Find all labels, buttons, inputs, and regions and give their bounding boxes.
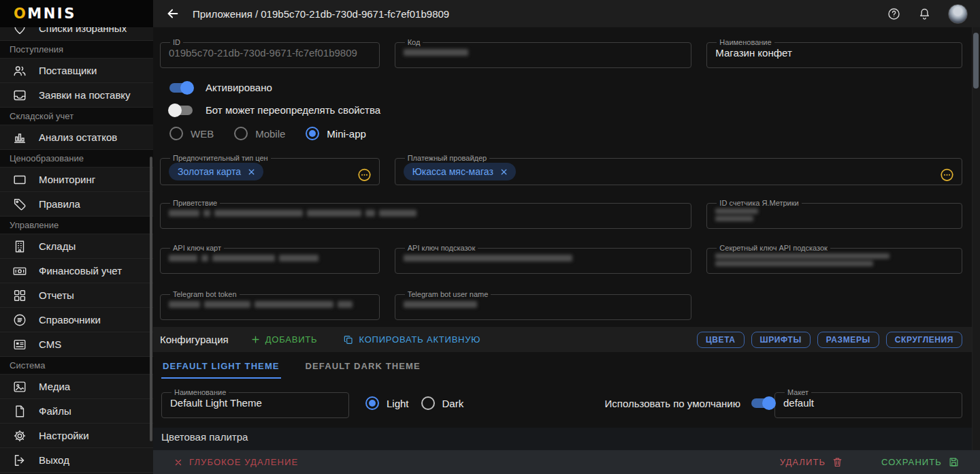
use-default-label: Использовать по умолчанию [605,398,740,409]
sidebar-item-cms[interactable]: CMS [0,332,153,357]
api-key-maps-field[interactable]: API ключ карт [160,244,380,274]
sidebar-item-reports[interactable]: Отчеты [0,283,153,308]
sidebar-item-logout[interactable]: Выход [0,448,153,473]
monitor-icon [12,172,28,187]
tag-icon [12,197,28,212]
sidebar-item-stock-analysis[interactable]: Анализ остатков [0,125,153,150]
api-key-suggest-label: API ключ подсказок [405,244,478,252]
avatar[interactable] [948,4,968,24]
help-icon[interactable] [887,7,901,21]
theme-name-field[interactable]: Наименование Default Light Theme [161,388,349,418]
radio-dark[interactable]: Dark [421,396,464,410]
sidebar-item-rules[interactable]: Правила [0,192,153,217]
layout-field[interactable]: Макет default [774,388,962,418]
sidebar-item-financial-accounting[interactable]: Финансовый учет [0,259,153,283]
back-arrow-icon[interactable] [165,6,180,21]
radio-circle [169,127,183,140]
notifications-bell-icon[interactable] [917,7,932,21]
id-field: ID 019b5c70-21db-730d-9671-fc7ef01b9809 [160,38,380,68]
radio-label: Mini-app [327,128,366,140]
redacted-value [715,253,953,266]
add-configuration-button[interactable]: ДОБАВИТЬ [246,334,322,345]
sidebar-item-label: CMS [39,338,61,350]
main-content: ID 019b5c70-21db-730d-9671-fc7ef01b9809 … [153,27,980,474]
save-icon [948,456,960,468]
colors-button[interactable]: ЦВЕТА [697,332,745,348]
bar-chart-icon [12,130,28,145]
sidebar-item-settings[interactable]: Настройки [0,424,153,448]
id-field-value: 019b5c70-21db-730d-9671-fc7ef01b9809 [169,47,371,59]
api-secret-suggest-field[interactable]: Секретный ключ API подсказок [706,244,962,274]
radio-circle [365,396,379,410]
api-key-maps-label: API ключ карт [170,244,224,252]
payment-provider-options-icon[interactable] [939,167,955,183]
payment-provider-field[interactable]: Платежный провайдер Юкасса мяс-магаз [395,154,962,185]
sidebar: Списки избранных Поступления Поставщики … [0,27,153,474]
sidebar-section-receipts: Поступления [0,41,153,59]
tg-bot-token-field[interactable]: Telegram bot token [160,290,380,320]
radio-web[interactable]: WEB [169,127,214,140]
theme-form-row: Наименование Default Light Theme Light D… [153,388,980,418]
sidebar-item-label: Отчеты [39,289,74,301]
main-scrollbar-track[interactable] [972,27,980,450]
radio-circle [234,127,248,140]
tg-bot-username-field[interactable]: Telegram bot user name [395,290,692,320]
save-button[interactable]: СОХРАНИТЬ [877,456,964,469]
sidebar-item-monitoring[interactable]: Мониторинг [0,168,153,192]
sidebar-item-favorites-lists[interactable]: Списки избранных [0,27,153,41]
chip-label: Юкасса мяс-магаз [412,166,493,177]
sidebar-section-pricing: Ценообразование [0,150,153,168]
main-scrollbar-thumb[interactable] [973,33,979,89]
roundings-button[interactable]: СКРУГЛЕНИЯ [886,332,962,348]
price-type-chip: Золотая карта [169,163,263,180]
deep-delete-button[interactable]: ГЛУБОКОЕ УДАЛЕНИЕ [169,456,302,468]
sidebar-item-suppliers[interactable]: Поставщики [0,59,153,83]
chip-remove-icon[interactable] [247,168,256,176]
topbar: OMNIS Приложения / 019b5c70-21db-730d-96… [0,0,980,27]
copy-active-configuration-button[interactable]: КОПИРОВАТЬ АКТИВНУЮ [339,334,485,346]
price-type-field[interactable]: Предпочтительный тип цен Золотая карта [160,154,380,185]
bot-override-toggle-label: Бот может переопределять свойства [206,104,380,116]
tab-default-light-theme[interactable]: DEFAULT LIGHT THEME [161,352,281,379]
bot-override-toggle[interactable] [169,106,193,115]
redacted-value [169,210,683,217]
api-key-suggest-field[interactable]: API ключ подсказок [395,244,692,274]
sidebar-item-files[interactable]: Файлы [0,399,153,424]
greeting-field[interactable]: Приветствие [160,199,691,229]
logo-text: MNIS [27,5,76,22]
topbar-main: Приложения / 019b5c70-21db-730d-9671-fc7… [153,0,980,27]
use-default-toggle[interactable] [751,398,774,408]
id-field-label: ID [170,38,183,46]
delete-button[interactable]: УДАЛИТЬ [776,456,847,469]
name-field-value: Магазин конфет [715,47,953,59]
tab-default-dark-theme[interactable]: DEFAULT DARK THEME [304,352,422,379]
logo: OMNIS [0,0,153,27]
copy-icon [343,334,354,345]
sizes-button[interactable]: РАЗМЕРЫ [817,332,879,348]
sidebar-scrollbar-thumb[interactable] [150,157,152,441]
activated-toggle[interactable] [169,83,193,93]
sidebar-item-supply-requests[interactable]: Заявки на поставку [0,83,153,108]
bot-override-toggle-row: Бот может переопределять свойства [160,104,962,116]
sidebar-item-media[interactable]: Медиа [0,375,153,399]
metrika-id-label: ID счетчика Я.Метрики [717,199,801,207]
radio-mini-app[interactable]: Mini-app [306,127,366,140]
payment-provider-label: Платежный провайдер [405,154,489,162]
app-window: OMNIS Приложения / 019b5c70-21db-730d-96… [0,0,980,474]
payment-provider-chip: Юкасса мяс-магаз [404,163,516,180]
sidebar-item-label: Выход [39,454,69,466]
name-field[interactable]: Наименование Магазин конфет [706,38,962,68]
radio-light[interactable]: Light [365,396,409,410]
chip-label: Золотая карта [178,166,241,177]
sidebar-item-directories[interactable]: Справочники [0,308,153,332]
sidebar-item-warehouses[interactable]: Склады [0,234,153,259]
sidebar-item-label: Файлы [39,405,71,417]
fonts-button[interactable]: ШРИФТЫ [751,332,811,348]
metrika-id-field[interactable]: ID счетчика Я.Метрики [706,199,962,229]
radio-mobile[interactable]: Mobile [234,127,285,140]
price-type-options-icon[interactable] [357,167,372,183]
sidebar-section-warehouse-accounting: Складской учет [0,108,153,125]
code-field[interactable]: Код [395,38,692,68]
redacted-value [169,301,371,308]
chip-remove-icon[interactable] [500,168,508,176]
